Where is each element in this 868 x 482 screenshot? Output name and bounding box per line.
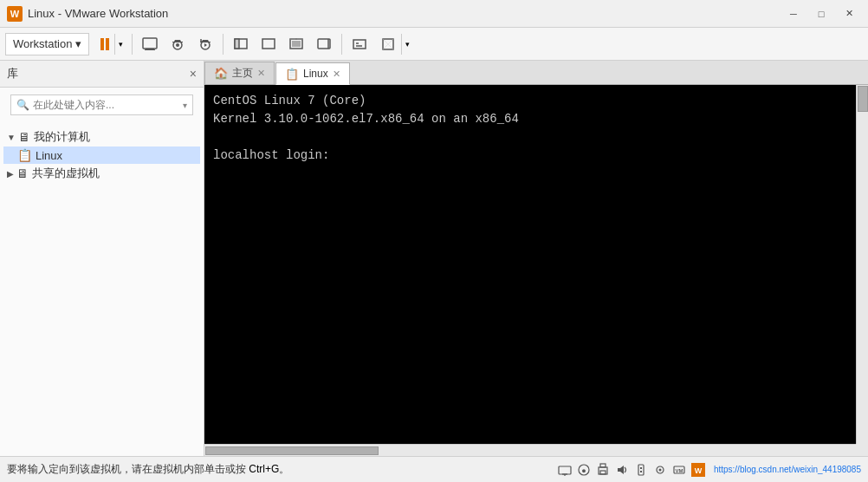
svg-rect-15 [353, 40, 366, 49]
window-title: Linux - VMware Workstation [28, 7, 781, 20]
home-tab-label: 主页 [232, 66, 253, 81]
status-bar: 要将输入定向到该虚拟机，请在虚拟机内部单击或按 Ctrl+G。 ● [0, 456, 868, 482]
workstation-arrow: ▾ [75, 37, 81, 50]
vm-output-line3 [213, 128, 847, 147]
my-computer-label: 我的计算机 [34, 129, 90, 145]
expand-icon-2: ▶ [7, 169, 14, 179]
expand-icon: ▼ [7, 133, 16, 142]
status-message: 要将输入定向到该虚拟机，请在虚拟机内部单击或按 Ctrl+G。 [7, 462, 556, 477]
main-area: 库 × 🔍 ▾ ▼ 🖥 我的计算机 📋 Linux ▶ [0, 61, 868, 456]
svg-text:W: W [10, 9, 20, 19]
maximize-button[interactable]: □ [809, 4, 833, 23]
search-input[interactable] [33, 99, 183, 111]
view-tablet-button[interactable] [311, 33, 337, 55]
vm-output-line2: Kernel 3.10.0-1062.el7.x86_64 on an x86_… [213, 110, 847, 128]
svg-text:VM: VM [675, 468, 683, 473]
tree-item-linux[interactable]: 📋 Linux [3, 147, 200, 164]
vmware-icon: W [7, 6, 23, 22]
home-tab-icon: 🏠 [214, 67, 228, 80]
revert-button[interactable] [192, 33, 218, 55]
status-shield-icon[interactable]: W [690, 461, 707, 479]
svg-rect-25 [600, 464, 606, 467]
sidebar-title: 库 [7, 66, 18, 81]
pause-icon [100, 38, 109, 50]
svg-rect-26 [600, 471, 606, 474]
status-usb-icon[interactable] [632, 461, 650, 479]
svg-rect-10 [262, 39, 275, 49]
stretch-main[interactable] [375, 34, 401, 55]
tab-home[interactable]: 🏠 主页 ✕ [204, 62, 275, 84]
workstation-label: Workstation [13, 37, 72, 50]
toolbar: Workstation ▾ ▾ [0, 28, 868, 61]
linux-tab-icon: 📋 [285, 68, 299, 81]
horizontal-scrollbar-thumb[interactable] [205, 446, 379, 455]
tabs-bar: 🏠 主页 ✕ 📋 Linux ✕ [204, 61, 868, 85]
sidebar-close-button[interactable]: × [190, 68, 197, 80]
search-box[interactable]: 🔍 ▾ [10, 94, 193, 115]
svg-text:W: W [695, 466, 703, 475]
scrollbar-corner [856, 444, 868, 456]
status-vmtools-icon[interactable]: VM [670, 461, 688, 479]
pause-button[interactable]: ▾ [94, 33, 127, 55]
svg-rect-4 [145, 49, 155, 50]
svg-rect-9 [235, 39, 239, 49]
window-controls: ─ □ ✕ [781, 4, 861, 23]
watermark-text: https://blog.csdn.net/weixin_44198085 [714, 465, 861, 474]
close-button[interactable]: ✕ [837, 4, 861, 23]
tree-item-shared-vms[interactable]: ▶ 🖥 共享的虚拟机 [3, 164, 200, 183]
computer-icon: 🖥 [18, 130, 30, 144]
vertical-scrollbar[interactable] [856, 85, 868, 444]
status-volume-icon[interactable] [613, 461, 631, 479]
separator-2 [223, 34, 223, 55]
linux-label: Linux [36, 149, 62, 162]
sidebar-header: 库 × [0, 61, 204, 88]
vm-icon: 📋 [17, 148, 32, 162]
svg-rect-19 [559, 466, 571, 474]
vertical-scrollbar-thumb[interactable] [858, 86, 868, 112]
svg-rect-2 [143, 38, 157, 49]
console-button[interactable] [347, 33, 372, 55]
tree-item-my-computer[interactable]: ▼ 🖥 我的计算机 [3, 127, 200, 147]
svg-point-6 [176, 43, 179, 47]
sidebar: 库 × 🔍 ▾ ▼ 🖥 我的计算机 📋 Linux ▶ [0, 61, 204, 456]
workstation-menu[interactable]: Workstation ▾ [5, 33, 89, 55]
horizontal-scrollbar[interactable] [204, 444, 856, 456]
shared-vm-label: 共享的虚拟机 [32, 166, 100, 181]
svg-rect-28 [638, 465, 644, 475]
svg-rect-29 [640, 467, 642, 469]
search-container: 🔍 ▾ [0, 88, 204, 122]
vm-tree: ▼ 🖥 我的计算机 📋 Linux ▶ 🖥 共享的虚拟机 [0, 122, 204, 456]
snapshot-button[interactable] [165, 33, 191, 55]
view-fullscreen-button[interactable] [283, 33, 309, 55]
stretch-button[interactable]: ▾ [374, 33, 414, 55]
status-icons: ● [556, 461, 707, 479]
vm-output-line1: CentOS Linux 7 (Core) [213, 92, 847, 110]
status-sound-icon[interactable]: ● [575, 461, 593, 479]
power-settings-button[interactable] [137, 33, 163, 55]
svg-rect-12 [292, 41, 301, 47]
stretch-arrow[interactable]: ▾ [401, 34, 413, 55]
linux-tab-close[interactable]: ✕ [333, 69, 340, 79]
tab-linux[interactable]: 📋 Linux ✕ [275, 62, 350, 85]
minimize-button[interactable]: ─ [781, 4, 806, 23]
vm-output-line4: localhost login: [213, 147, 847, 165]
svg-rect-30 [640, 471, 642, 472]
linux-tab-label: Linux [303, 68, 328, 80]
shared-vm-icon: 🖥 [16, 166, 29, 180]
title-bar: W Linux - VMware Workstation ─ □ ✕ [0, 0, 868, 28]
status-print-icon[interactable] [594, 461, 612, 479]
vm-screen-wrapper[interactable]: CentOS Linux 7 (Core) Kernel 3.10.0-1062… [204, 85, 868, 456]
svg-marker-27 [618, 466, 624, 474]
view-unity-button[interactable] [256, 33, 282, 55]
pause-arrow[interactable]: ▾ [114, 34, 126, 55]
separator-1 [132, 34, 133, 55]
status-network-icon[interactable] [556, 461, 573, 479]
vm-console[interactable]: CentOS Linux 7 (Core) Kernel 3.10.0-1062… [204, 85, 856, 444]
horizontal-scrollbar-track [205, 446, 855, 456]
svg-point-32 [658, 468, 661, 471]
search-dropdown-arrow[interactable]: ▾ [183, 101, 187, 110]
pause-main[interactable] [95, 34, 114, 55]
home-tab-close[interactable]: ✕ [257, 68, 265, 78]
status-camera-icon[interactable] [651, 461, 669, 479]
view-normal-button[interactable] [228, 33, 254, 55]
